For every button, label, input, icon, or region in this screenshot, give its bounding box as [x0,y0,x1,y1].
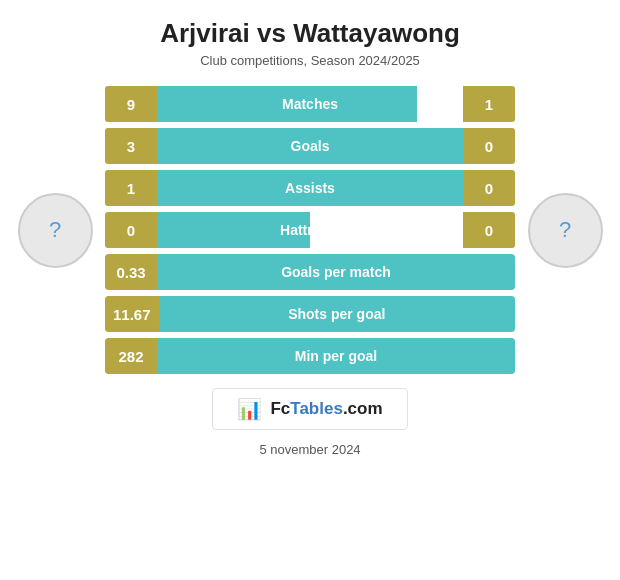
stat-row-goals: 3 Goals 0 [105,128,515,164]
page-title: Arjvirai vs Wattayawong [20,18,600,49]
stat-label-assists: Assists [157,180,463,196]
stat-left-goals-per-match: 0.33 [105,254,157,290]
stat-row-hattricks: 0 Hattricks 0 [105,212,515,248]
stat-bar-min-per-goal: Min per goal [157,338,515,374]
stat-row-shots-per-goal: 11.67 Shots per goal [105,296,515,332]
stat-row-matches: 9 Matches 1 [105,86,515,122]
stat-label-hattricks: Hattricks [157,222,463,238]
stat-bar-shots-per-goal: Shots per goal [159,296,515,332]
avatar-left: ? [10,193,100,268]
avatar-left-image: ? [18,193,93,268]
stat-right-assists: 0 [463,170,515,206]
stat-bar-matches: Matches [157,86,463,122]
avatar-right-icon: ? [559,217,571,243]
branding-text: FcTables.com [270,399,382,419]
stat-label-goals: Goals [157,138,463,154]
date-text: 5 november 2024 [259,442,360,457]
subtitle: Club competitions, Season 2024/2025 [20,53,600,68]
stat-row-min-per-goal: 282 Min per goal [105,338,515,374]
stat-label-matches: Matches [157,96,463,112]
stat-bar-assists: Assists [157,170,463,206]
stats-container: 9 Matches 1 3 Goals 0 1 Assists [100,86,520,374]
avatar-right-image: ? [528,193,603,268]
stat-right-goals: 0 [463,128,515,164]
stat-row-assists: 1 Assists 0 [105,170,515,206]
stat-label-goals-per-match: Goals per match [157,264,515,280]
stat-label-shots-per-goal: Shots per goal [159,306,515,322]
stat-left-goals: 3 [105,128,157,164]
stat-bar-goals: Goals [157,128,463,164]
avatar-right: ? [520,193,610,268]
stat-label-min-per-goal: Min per goal [157,348,515,364]
stat-left-matches: 9 [105,86,157,122]
stat-left-min-per-goal: 282 [105,338,157,374]
stat-right-matches: 1 [463,86,515,122]
header: Arjvirai vs Wattayawong Club competition… [0,0,620,76]
stat-row-goals-per-match: 0.33 Goals per match [105,254,515,290]
stat-left-hattricks: 0 [105,212,157,248]
main-content: ? 9 Matches 1 3 Goals 0 1 [0,76,620,374]
stat-bar-hattricks: Hattricks [157,212,463,248]
stat-left-assists: 1 [105,170,157,206]
branding-icon: 📊 [237,397,262,421]
footer-date: 5 november 2024 [259,442,360,457]
stat-right-hattricks: 0 [463,212,515,248]
branding-box: 📊 FcTables.com [212,388,407,430]
stat-left-shots-per-goal: 11.67 [105,296,159,332]
stat-bar-goals-per-match: Goals per match [157,254,515,290]
avatar-left-icon: ? [49,217,61,243]
